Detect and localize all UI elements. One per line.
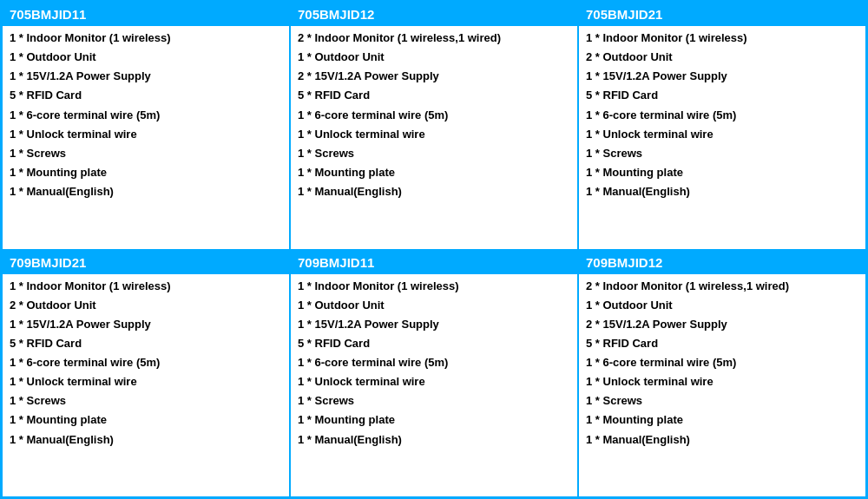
- list-item: 1 * Manual(English): [586, 183, 858, 200]
- list-item: 1 * Screws: [10, 392, 282, 410]
- cell-body-705bmjid12: 2 * Indoor Monitor (1 wireless,1 wired)1…: [291, 26, 577, 249]
- list-item: 2 * 15V/1.2A Power Supply: [298, 68, 570, 85]
- list-item: 1 * 6-core terminal wire (5m): [10, 354, 282, 371]
- list-item: 1 * Outdoor Unit: [10, 49, 282, 66]
- list-item: 1 * Outdoor Unit: [298, 49, 570, 66]
- list-item: 1 * 6-core terminal wire (5m): [586, 107, 858, 124]
- list-item: 1 * Indoor Monitor (1 wireless): [298, 278, 570, 295]
- product-grid: 705BMJID111 * Indoor Monitor (1 wireless…: [0, 0, 868, 499]
- list-item: 1 * Manual(English): [586, 431, 858, 449]
- list-item: 1 * Screws: [10, 145, 282, 162]
- list-item: 1 * 15V/1.2A Power Supply: [586, 68, 858, 85]
- list-item: 1 * Unlock terminal wire: [10, 126, 282, 143]
- list-item: 1 * Manual(English): [298, 183, 570, 200]
- list-item: 1 * Mounting plate: [10, 164, 282, 181]
- cell-header-709bmjid12: 709BMJID12: [579, 251, 865, 274]
- list-item: 1 * Mounting plate: [298, 411, 570, 429]
- list-item: 1 * Indoor Monitor (1 wireless): [10, 30, 282, 47]
- list-item: 1 * Mounting plate: [586, 164, 858, 181]
- list-item: 5 * RFID Card: [298, 335, 570, 352]
- list-item: 1 * Manual(English): [10, 183, 282, 200]
- list-item: 2 * Outdoor Unit: [586, 49, 858, 66]
- list-item: 2 * Indoor Monitor (1 wireless,1 wired): [298, 30, 570, 47]
- cell-header-709bmjid21: 709BMJID21: [3, 251, 289, 274]
- list-item: 5 * RFID Card: [10, 335, 282, 352]
- list-item: 1 * Manual(English): [298, 431, 570, 449]
- product-cell-709bmjid12: 709BMJID122 * Indoor Monitor (1 wireless…: [578, 250, 866, 498]
- list-item: 1 * 6-core terminal wire (5m): [10, 107, 282, 124]
- list-item: 1 * Outdoor Unit: [298, 297, 570, 314]
- list-item: 2 * Indoor Monitor (1 wireless,1 wired): [586, 278, 858, 295]
- list-item: 1 * Screws: [586, 145, 858, 162]
- list-item: 1 * Unlock terminal wire: [586, 126, 858, 143]
- cell-body-705bmjid21: 1 * Indoor Monitor (1 wireless)2 * Outdo…: [579, 26, 865, 249]
- list-item: 1 * 6-core terminal wire (5m): [586, 354, 858, 371]
- list-item: 2 * 15V/1.2A Power Supply: [586, 316, 858, 333]
- product-cell-705bmjid11: 705BMJID111 * Indoor Monitor (1 wireless…: [2, 2, 290, 250]
- list-item: 5 * RFID Card: [586, 335, 858, 352]
- product-cell-705bmjid12: 705BMJID122 * Indoor Monitor (1 wireless…: [290, 2, 578, 250]
- cell-header-709bmjid11: 709BMJID11: [291, 251, 577, 274]
- list-item: 1 * Screws: [586, 392, 858, 410]
- product-cell-709bmjid11: 709BMJID111 * Indoor Monitor (1 wireless…: [290, 250, 578, 498]
- list-item: 5 * RFID Card: [298, 87, 570, 104]
- cell-body-709bmjid21: 1 * Indoor Monitor (1 wireless)2 * Outdo…: [3, 274, 289, 497]
- list-item: 1 * Unlock terminal wire: [10, 373, 282, 391]
- list-item: 1 * Unlock terminal wire: [586, 373, 858, 391]
- list-item: 5 * RFID Card: [586, 87, 858, 104]
- list-item: 1 * Screws: [298, 145, 570, 162]
- list-item: 1 * Mounting plate: [298, 164, 570, 181]
- cell-header-705bmjid11: 705BMJID11: [3, 3, 289, 26]
- cell-header-705bmjid21: 705BMJID21: [579, 3, 865, 26]
- list-item: 1 * 6-core terminal wire (5m): [298, 107, 570, 124]
- cell-body-709bmjid12: 2 * Indoor Monitor (1 wireless,1 wired)1…: [579, 274, 865, 497]
- list-item: 1 * Mounting plate: [586, 411, 858, 429]
- cell-header-705bmjid12: 705BMJID12: [291, 3, 577, 26]
- list-item: 1 * Unlock terminal wire: [298, 373, 570, 391]
- list-item: 5 * RFID Card: [10, 87, 282, 104]
- product-cell-705bmjid21: 705BMJID211 * Indoor Monitor (1 wireless…: [578, 2, 866, 250]
- list-item: 1 * Manual(English): [10, 431, 282, 449]
- list-item: 1 * Screws: [298, 392, 570, 410]
- product-cell-709bmjid21: 709BMJID211 * Indoor Monitor (1 wireless…: [2, 250, 290, 498]
- list-item: 1 * 15V/1.2A Power Supply: [10, 68, 282, 85]
- list-item: 1 * Mounting plate: [10, 411, 282, 429]
- list-item: 2 * Outdoor Unit: [10, 297, 282, 314]
- cell-body-709bmjid11: 1 * Indoor Monitor (1 wireless)1 * Outdo…: [291, 274, 577, 497]
- list-item: 1 * 15V/1.2A Power Supply: [298, 316, 570, 333]
- list-item: 1 * 6-core terminal wire (5m): [298, 354, 570, 371]
- list-item: 1 * Unlock terminal wire: [298, 126, 570, 143]
- list-item: 1 * Indoor Monitor (1 wireless): [10, 278, 282, 295]
- list-item: 1 * Outdoor Unit: [586, 297, 858, 314]
- list-item: 1 * 15V/1.2A Power Supply: [10, 316, 282, 333]
- list-item: 1 * Indoor Monitor (1 wireless): [586, 30, 858, 47]
- cell-body-705bmjid11: 1 * Indoor Monitor (1 wireless)1 * Outdo…: [3, 26, 289, 249]
